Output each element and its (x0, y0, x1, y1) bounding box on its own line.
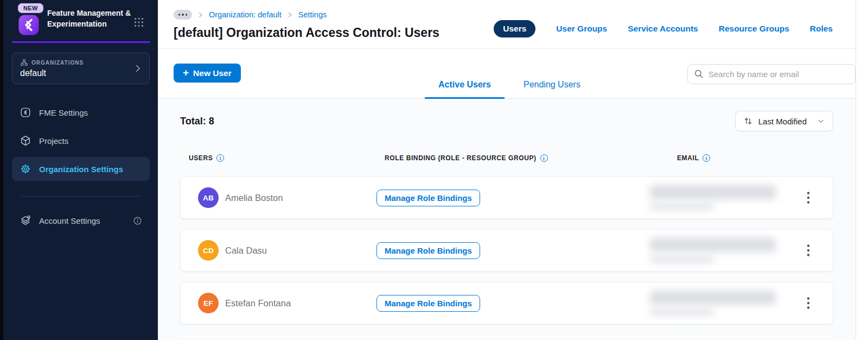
sort-arrows-icon (743, 116, 753, 126)
user-name: Cala Dasu (225, 245, 267, 256)
cube-icon (20, 135, 31, 147)
sidebar-item-projects[interactable]: Projects (12, 129, 150, 153)
tab-resource-groups[interactable]: Resource Groups (719, 24, 789, 34)
chevron-down-icon (816, 117, 825, 125)
tab-service-accounts[interactable]: Service Accounts (628, 24, 698, 34)
sidebar-item-label: Account Settings (39, 216, 100, 225)
sidebar-item-account-settings[interactable]: Account Settings (12, 209, 150, 232)
user-email-redacted (650, 185, 793, 210)
kebab-icon (807, 297, 810, 310)
chevron-right-icon (197, 12, 203, 18)
table-row: EF Estefan Fontana Manage Role Bindings (180, 282, 833, 324)
brand-divider (12, 41, 150, 43)
chevron-right-icon (133, 64, 143, 73)
layers-gear-icon (20, 215, 31, 226)
tab-roles[interactable]: Roles (810, 24, 833, 34)
tab-active-users[interactable]: Active Users (425, 80, 505, 99)
organization-icon (20, 59, 28, 67)
column-email: EMAILi (677, 154, 801, 162)
next-row-partial (180, 335, 833, 338)
column-role-binding: ROLE BINDING (ROLE - RESOURCE GROUP)i (385, 154, 677, 162)
row-menu-button[interactable] (803, 293, 813, 313)
product-name: Feature Management & Experimentation (47, 8, 134, 36)
table-row: CD Cala Dasu Manage Role Bindings (180, 229, 833, 272)
kebab-icon (807, 191, 810, 204)
user-name: Amelia Boston (225, 193, 283, 203)
sidebar-item-fme-settings[interactable]: FME Settings (12, 100, 150, 124)
sidebar: NEW Feature Management & Experimentation (3, 0, 158, 340)
new-badge: NEW (18, 3, 43, 13)
gear-icon (20, 163, 31, 175)
tab-users[interactable]: Users (494, 20, 535, 37)
user-email-redacted (650, 238, 793, 263)
info-icon[interactable] (133, 216, 142, 225)
org-selector-value: default (20, 68, 133, 78)
table-row: AB Amelia Boston Manage Role Bindings (180, 177, 833, 219)
plus-icon: + (183, 67, 189, 78)
user-email-redacted (650, 291, 793, 316)
info-icon[interactable]: i (540, 154, 548, 162)
manage-role-bindings-button[interactable]: Manage Role Bindings (376, 242, 480, 259)
user-list: AB Amelia Boston Manage Role Bindings CD… (180, 177, 833, 324)
content-body: Total: 8 Last Modified (158, 99, 856, 340)
info-icon[interactable]: i (703, 154, 710, 162)
main-area: Organization: default Settings [default]… (158, 0, 868, 340)
tab-pending-users[interactable]: Pending Users (510, 80, 594, 99)
info-icon[interactable]: i (216, 154, 224, 162)
avatar: CD (198, 240, 219, 261)
sidebar-item-label: FME Settings (39, 108, 88, 117)
fme-settings-icon (20, 106, 31, 118)
column-users: USERSi (189, 154, 385, 162)
breadcrumb-ellipsis-button[interactable] (174, 10, 192, 20)
access-control-tabs: Users User Groups Service Accounts Resou… (494, 20, 833, 37)
page-title: [default] Organization Access Control: U… (174, 26, 439, 40)
breadcrumb: Organization: default Settings (174, 10, 439, 20)
table-header: USERSi ROLE BINDING (ROLE - RESOURCE GRO… (180, 154, 833, 162)
right-gutter (856, 0, 868, 340)
sidebar-item-label: Organization Settings (39, 165, 123, 174)
organization-selector[interactable]: ORGANIZATIONS default (12, 53, 150, 84)
row-menu-button[interactable] (803, 188, 813, 207)
tab-user-groups[interactable]: User Groups (556, 24, 607, 34)
avatar: AB (198, 187, 219, 208)
breadcrumb-link-organization[interactable]: Organization: default (209, 10, 282, 19)
sidebar-nav: FME Settings Projects (3, 100, 158, 237)
breadcrumb-link-settings[interactable]: Settings (298, 10, 327, 19)
sidebar-divider (21, 196, 142, 197)
sidebar-item-label: Projects (39, 136, 68, 146)
org-selector-label: ORGANIZATIONS (31, 60, 84, 66)
screen: NEW Feature Management & Experimentation (0, 0, 868, 340)
new-user-button[interactable]: + New User (174, 64, 241, 83)
product-logo-icon (18, 14, 40, 36)
manage-role-bindings-button[interactable]: Manage Role Bindings (376, 295, 480, 312)
user-list-tabs: Active Users Pending Users (425, 80, 594, 99)
total-count: Total: 8 (180, 116, 214, 127)
page-header: Organization: default Settings [default]… (158, 0, 856, 49)
row-menu-button[interactable] (803, 241, 813, 260)
sort-dropdown[interactable]: Last Modified (735, 111, 833, 131)
app-grid-icon[interactable] (133, 16, 145, 28)
manage-role-bindings-button[interactable]: Manage Role Bindings (376, 190, 480, 206)
user-name: Estefan Fontana (225, 298, 291, 308)
sort-value: Last Modified (758, 117, 807, 126)
avatar: EF (198, 293, 219, 313)
toolbar: + New User Active Users Pending Users (158, 49, 856, 99)
sidebar-item-organization-settings[interactable]: Organization Settings (12, 157, 150, 181)
kebab-icon (807, 244, 810, 257)
search-input[interactable] (687, 64, 856, 84)
sidebar-header: NEW Feature Management & Experimentation (3, 0, 158, 36)
chevron-right-icon (287, 12, 293, 18)
